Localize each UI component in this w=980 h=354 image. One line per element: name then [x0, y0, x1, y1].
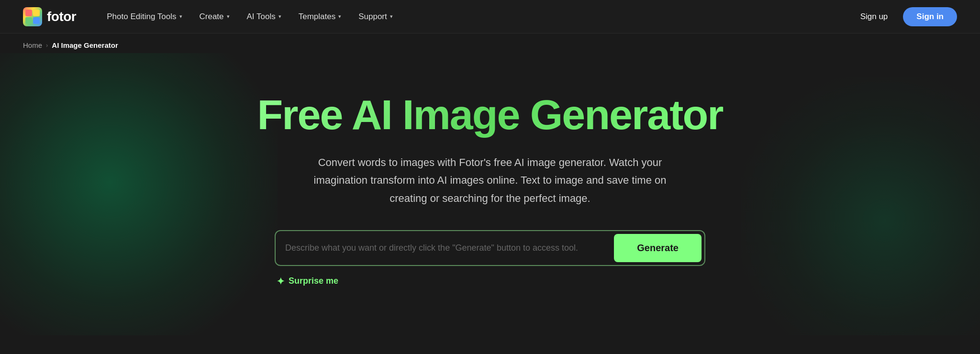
svg-rect-1: [33, 10, 40, 16]
prompt-input[interactable]: [285, 236, 614, 260]
chevron-down-icon: ▾: [338, 13, 341, 20]
hero-title: Free AI Image Generator: [251, 92, 729, 138]
chevron-down-icon: ▾: [390, 13, 393, 20]
signin-button[interactable]: Sign in: [903, 7, 957, 26]
nav-create[interactable]: Create ▾: [192, 8, 237, 25]
hero-subtitle: Convert words to images with Fotor's fre…: [303, 154, 677, 207]
nav-items: Photo Editing Tools ▾ Create ▾ AI Tools …: [99, 8, 852, 25]
prompt-input-row: Generate: [275, 230, 705, 266]
hero-content: Free AI Image Generator Convert words to…: [251, 92, 729, 287]
chevron-down-icon: ▾: [179, 13, 182, 20]
hero-section: Free AI Image Generator Convert words to…: [0, 53, 980, 335]
logo-icon: [23, 7, 42, 26]
generate-button[interactable]: Generate: [614, 234, 702, 262]
nav-ai-tools[interactable]: AI Tools ▾: [239, 8, 289, 25]
sparkle-icon: ✦: [277, 276, 285, 287]
svg-rect-0: [25, 10, 32, 16]
logo[interactable]: fotor: [23, 7, 76, 26]
surprise-label: Surprise me: [289, 276, 338, 286]
breadcrumb-separator: ›: [46, 42, 48, 49]
breadcrumb-home-link[interactable]: Home: [23, 41, 42, 49]
chevron-down-icon: ▾: [278, 13, 281, 20]
nav-auth: Sign up Sign in: [853, 7, 957, 26]
nav-photo-editing-tools[interactable]: Photo Editing Tools ▾: [99, 8, 189, 25]
svg-rect-2: [25, 17, 32, 24]
svg-rect-3: [33, 17, 40, 24]
nav-support[interactable]: Support ▾: [351, 8, 401, 25]
breadcrumb-current: AI Image Generator: [52, 41, 118, 49]
nav-templates[interactable]: Templates ▾: [291, 8, 349, 25]
surprise-row[interactable]: ✦ Surprise me: [275, 276, 705, 287]
chevron-down-icon: ▾: [227, 13, 230, 20]
signup-button[interactable]: Sign up: [853, 8, 896, 25]
navbar: fotor Photo Editing Tools ▾ Create ▾ AI …: [0, 0, 980, 33]
breadcrumb: Home › AI Image Generator: [0, 33, 980, 53]
logo-text: fotor: [47, 9, 76, 24]
